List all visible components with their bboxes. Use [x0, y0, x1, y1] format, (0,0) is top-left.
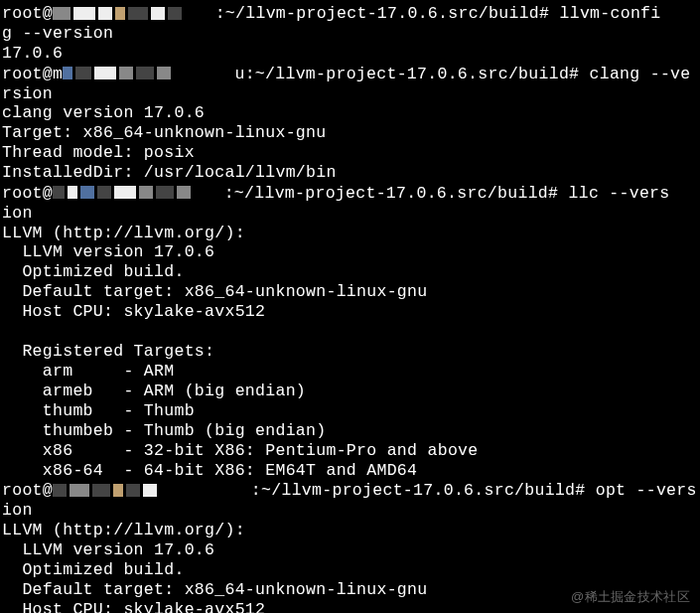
output-line: ion	[2, 501, 33, 520]
output-line: g --version	[2, 24, 113, 43]
redacted-hostname	[53, 183, 194, 203]
redacted-hostname	[53, 481, 160, 501]
output-line: rsion	[2, 84, 53, 103]
output-line: LLVM (http://llvm.org/):	[2, 224, 245, 242]
output-line: Optimized build.	[2, 560, 185, 579]
output-line: Default target: x86_64-unknown-linux-gnu	[2, 580, 427, 599]
output-line: arm - ARM	[2, 362, 174, 381]
output-line: ion	[2, 204, 33, 223]
output-line: thumbeb - Thumb (big endian)	[2, 421, 326, 440]
output-line: Registered Targets:	[2, 342, 214, 361]
output-line: Host CPU: skylake-avx512	[2, 600, 265, 613]
output-line: Default target: x86_64-unknown-linux-gnu	[2, 282, 427, 301]
output-line: 17.0.6	[2, 44, 63, 63]
output-line: Thread model: posix	[2, 143, 195, 162]
output-line: Target: x86_64-unknown-linux-gnu	[2, 123, 326, 142]
output-line: thumb - Thumb	[2, 401, 195, 420]
prompt-line-3: root@ :~/llvm-project-17.0.6.src/build# …	[2, 184, 670, 203]
prompt-line-2: root@m u:~/llvm-project-17.0.6.src/build…	[2, 65, 691, 83]
prompt-line-1: root@ :~/llvm-project-17.0.6.src/build# …	[2, 4, 661, 23]
redacted-hostname	[63, 64, 174, 83]
output-line: InstalledDir: /usr/local/llvm/bin	[2, 163, 337, 182]
output-line: x86 - 32-bit X86: Pentium-Pro and above	[2, 441, 478, 460]
output-line: LLVM (http://llvm.org/):	[2, 521, 245, 539]
output-line: LLVM version 17.0.6	[2, 242, 214, 261]
output-line: x86-64 - 64-bit X86: EM64T and AMD64	[2, 461, 417, 480]
redacted-hostname	[53, 4, 185, 24]
output-line: armeb - ARM (big endian)	[2, 382, 306, 400]
watermark-text: @稀土掘金技术社区	[571, 589, 690, 605]
prompt-line-4: root@ :~/llvm-project-17.0.6.src/build# …	[2, 481, 697, 500]
output-line: LLVM version 17.0.6	[2, 540, 214, 559]
terminal-output[interactable]: root@ :~/llvm-project-17.0.6.src/build# …	[2, 4, 700, 613]
output-line: Host CPU: skylake-avx512	[2, 302, 265, 321]
output-line: Optimized build.	[2, 262, 185, 281]
output-line: clang version 17.0.6	[2, 103, 205, 122]
